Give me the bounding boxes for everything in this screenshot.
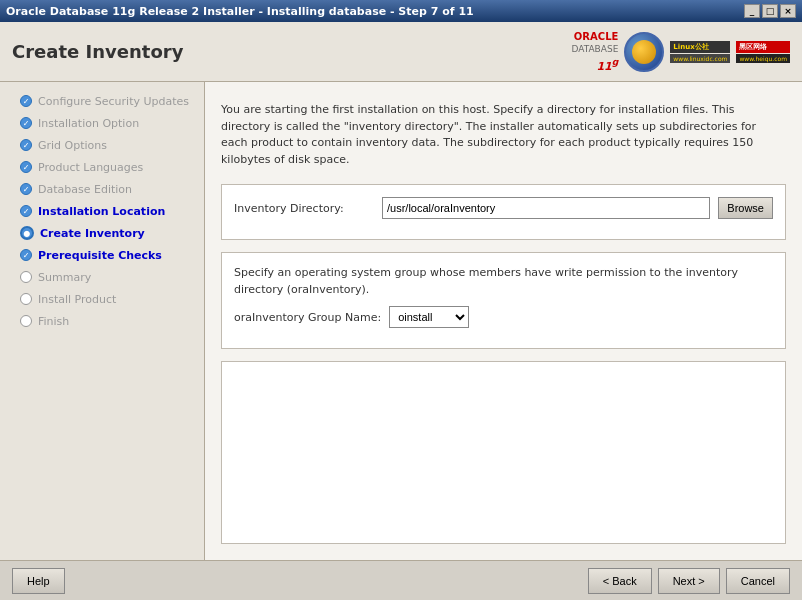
window-controls[interactable]: _ □ × xyxy=(744,4,796,18)
page-title: Create Inventory xyxy=(12,41,183,62)
maximize-button[interactable]: □ xyxy=(762,4,778,18)
sidebar-item-finish: Finish xyxy=(0,310,204,332)
sidebar-item-install-product: Install Product xyxy=(0,288,204,310)
sidebar-item-product-languages: ✓Product Languages xyxy=(0,156,204,178)
site-badge: Linux公社 xyxy=(670,41,730,53)
sidebar-item-prerequisite-checks[interactable]: ✓Prerequisite Checks xyxy=(0,244,204,266)
help-button[interactable]: Help xyxy=(12,568,65,594)
back-button[interactable]: < Back xyxy=(588,568,652,594)
sidebar-item-summary: Summary xyxy=(0,266,204,288)
nav-bullet-grid-options: ✓ xyxy=(20,139,32,151)
sidebar-item-label-prerequisite-checks: Prerequisite Checks xyxy=(38,249,162,262)
nav-bullet-create-inventory: ● xyxy=(20,226,34,240)
sidebar: ✓Configure Security Updates✓Installation… xyxy=(0,82,205,560)
close-button[interactable]: × xyxy=(780,4,796,18)
oracle-text: ORACLE xyxy=(574,31,618,42)
nav-bullet-database-edition: ✓ xyxy=(20,183,32,195)
nav-bullet-installation-location: ✓ xyxy=(20,205,32,217)
group-info-text: Specify an operating system group whose … xyxy=(234,265,773,298)
nav-bullet-prerequisite-checks: ✓ xyxy=(20,249,32,261)
sidebar-item-label-product-languages: Product Languages xyxy=(38,161,143,174)
sidebar-item-label-create-inventory: Create Inventory xyxy=(40,227,145,240)
next-button[interactable]: Next > xyxy=(658,568,720,594)
db-icon xyxy=(624,32,664,72)
bottom-bar: Help < Back Next > Cancel xyxy=(0,560,802,600)
sidebar-item-configure-security: ✓Configure Security Updates xyxy=(0,90,204,112)
logo-area: ORACLE DATABASE 11g Linux公社 www.linuxidc… xyxy=(571,31,790,73)
inventory-dir-label: Inventory Directory: xyxy=(234,202,374,215)
inventory-dir-input[interactable] xyxy=(382,197,710,219)
inventory-dir-section: Inventory Directory: Browse xyxy=(221,184,786,240)
sidebar-item-label-grid-options: Grid Options xyxy=(38,139,107,152)
nav-bullet-installation-option: ✓ xyxy=(20,117,32,129)
group-name-select[interactable]: oinstalldbaoper xyxy=(389,306,469,328)
group-name-row: oraInventory Group Name: oinstalldbaoper xyxy=(234,306,773,328)
heiqu-url: www.heiqu.com xyxy=(736,54,790,63)
sidebar-item-label-installation-option: Installation Option xyxy=(38,117,139,130)
db-icon-inner xyxy=(632,40,656,64)
sidebar-item-database-edition: ✓Database Edition xyxy=(0,178,204,200)
sidebar-item-label-install-product: Install Product xyxy=(38,293,116,306)
db-label: DATABASE xyxy=(571,44,618,54)
header-area: Create Inventory ORACLE DATABASE 11g Lin… xyxy=(0,22,802,82)
heiqu-badges: 黑区网络 www.heiqu.com xyxy=(736,41,790,63)
inventory-dir-row: Inventory Directory: Browse xyxy=(234,197,773,219)
sidebar-item-installation-location[interactable]: ✓Installation Location xyxy=(0,200,204,222)
log-area xyxy=(221,361,786,544)
site-url: www.linuxidc.com xyxy=(670,54,730,63)
version-label: 11g xyxy=(596,56,618,73)
group-name-section: Specify an operating system group whose … xyxy=(221,252,786,349)
bottom-left-buttons: Help xyxy=(12,568,65,594)
minimize-button[interactable]: _ xyxy=(744,4,760,18)
watermark-badges: Linux公社 www.linuxidc.com xyxy=(670,41,730,63)
bottom-right-buttons: < Back Next > Cancel xyxy=(588,568,790,594)
sidebar-item-grid-options: ✓Grid Options xyxy=(0,134,204,156)
sidebar-item-create-inventory[interactable]: ●Create Inventory xyxy=(0,222,204,244)
browse-button[interactable]: Browse xyxy=(718,197,773,219)
heiqu-badge: 黑区网络 xyxy=(736,41,790,53)
sidebar-item-label-configure-security: Configure Security Updates xyxy=(38,95,189,108)
sidebar-item-label-database-edition: Database Edition xyxy=(38,183,132,196)
group-name-label: oraInventory Group Name: xyxy=(234,311,381,324)
nav-bullet-summary xyxy=(20,271,32,283)
content-area: ✓Configure Security Updates✓Installation… xyxy=(0,82,802,560)
sidebar-item-label-finish: Finish xyxy=(38,315,69,328)
nav-bullet-install-product xyxy=(20,293,32,305)
window-title: Oracle Database 11g Release 2 Installer … xyxy=(6,5,474,18)
main-panel: You are starting the first installation … xyxy=(205,82,802,560)
main-window: Create Inventory ORACLE DATABASE 11g Lin… xyxy=(0,22,802,600)
nav-bullet-configure-security: ✓ xyxy=(20,95,32,107)
intro-text: You are starting the first installation … xyxy=(221,98,786,172)
sidebar-item-label-summary: Summary xyxy=(38,271,91,284)
nav-bullet-product-languages: ✓ xyxy=(20,161,32,173)
cancel-button[interactable]: Cancel xyxy=(726,568,790,594)
sidebar-item-label-installation-location: Installation Location xyxy=(38,205,165,218)
title-bar: Oracle Database 11g Release 2 Installer … xyxy=(0,0,802,22)
nav-bullet-finish xyxy=(20,315,32,327)
sidebar-item-installation-option: ✓Installation Option xyxy=(0,112,204,134)
